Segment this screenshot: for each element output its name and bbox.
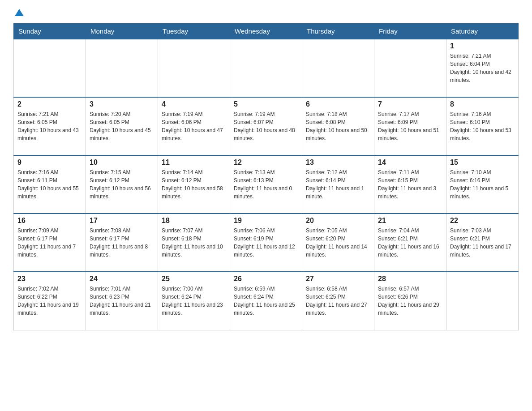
day-number: 1 (450, 42, 515, 50)
day-sun-info: Sunrise: 7:13 AM Sunset: 6:13 PM Dayligh… (234, 168, 298, 201)
calendar-cell: 24Sunrise: 7:01 AM Sunset: 6:23 PM Dayli… (86, 272, 158, 330)
day-sun-info: Sunrise: 7:02 AM Sunset: 6:22 PM Dayligh… (17, 285, 82, 317)
calendar-cell: 2Sunrise: 7:21 AM Sunset: 6:05 PM Daylig… (14, 97, 86, 155)
days-of-week-row: SundayMondayTuesdayWednesdayThursdayFrid… (14, 24, 519, 39)
day-number: 13 (306, 158, 370, 167)
calendar-cell: 17Sunrise: 7:08 AM Sunset: 6:17 PM Dayli… (86, 214, 158, 272)
calendar-cell: 26Sunrise: 6:59 AM Sunset: 6:24 PM Dayli… (230, 272, 302, 330)
day-sun-info: Sunrise: 7:01 AM Sunset: 6:23 PM Dayligh… (90, 285, 154, 317)
calendar-cell: 28Sunrise: 6:57 AM Sunset: 6:26 PM Dayli… (374, 272, 446, 330)
calendar-cell: 23Sunrise: 7:02 AM Sunset: 6:22 PM Dayli… (14, 272, 86, 330)
calendar-cell: 1Sunrise: 7:21 AM Sunset: 6:04 PM Daylig… (446, 39, 519, 97)
day-number: 7 (378, 100, 442, 108)
day-sun-info: Sunrise: 7:16 AM Sunset: 6:11 PM Dayligh… (17, 168, 82, 201)
day-of-week-header: Saturday (446, 24, 519, 39)
calendar-cell: 25Sunrise: 7:00 AM Sunset: 6:24 PM Dayli… (158, 272, 230, 330)
day-of-week-header: Wednesday (230, 24, 302, 39)
day-number: 27 (306, 275, 370, 283)
day-sun-info: Sunrise: 7:14 AM Sunset: 6:12 PM Dayligh… (162, 168, 226, 201)
day-number: 2 (17, 100, 82, 108)
calendar-cell: 7Sunrise: 7:17 AM Sunset: 6:09 PM Daylig… (374, 97, 446, 155)
day-of-week-header: Monday (86, 24, 158, 39)
page-header (13, 9, 519, 19)
calendar-cell: 11Sunrise: 7:14 AM Sunset: 6:12 PM Dayli… (158, 155, 230, 214)
day-of-week-header: Sunday (14, 24, 86, 39)
day-number: 25 (162, 275, 226, 283)
day-sun-info: Sunrise: 7:19 AM Sunset: 6:07 PM Dayligh… (234, 110, 298, 142)
day-number: 14 (378, 158, 442, 167)
day-of-week-header: Friday (374, 24, 446, 39)
calendar-cell: 9Sunrise: 7:16 AM Sunset: 6:11 PM Daylig… (14, 155, 86, 214)
calendar-cell: 14Sunrise: 7:11 AM Sunset: 6:15 PM Dayli… (374, 155, 446, 214)
day-number: 12 (234, 158, 298, 167)
calendar-cell: 20Sunrise: 7:05 AM Sunset: 6:20 PM Dayli… (302, 214, 374, 272)
calendar-body: 1Sunrise: 7:21 AM Sunset: 6:04 PM Daylig… (14, 39, 519, 330)
day-of-week-header: Thursday (302, 24, 374, 39)
calendar-cell (302, 39, 374, 97)
day-sun-info: Sunrise: 7:10 AM Sunset: 6:16 PM Dayligh… (450, 168, 515, 201)
day-number: 20 (306, 217, 370, 225)
day-sun-info: Sunrise: 7:03 AM Sunset: 6:21 PM Dayligh… (450, 227, 515, 259)
day-number: 6 (306, 100, 370, 108)
calendar-cell: 10Sunrise: 7:15 AM Sunset: 6:12 PM Dayli… (86, 155, 158, 214)
calendar-cell: 27Sunrise: 6:58 AM Sunset: 6:25 PM Dayli… (302, 272, 374, 330)
day-sun-info: Sunrise: 7:00 AM Sunset: 6:24 PM Dayligh… (162, 285, 226, 317)
calendar-cell (86, 39, 158, 97)
day-number: 5 (234, 100, 298, 108)
day-sun-info: Sunrise: 7:04 AM Sunset: 6:21 PM Dayligh… (378, 227, 442, 259)
calendar-cell (230, 39, 302, 97)
logo-triangle-icon (15, 9, 24, 16)
day-sun-info: Sunrise: 7:12 AM Sunset: 6:14 PM Dayligh… (306, 168, 370, 201)
day-number: 9 (17, 158, 82, 167)
calendar-cell: 6Sunrise: 7:18 AM Sunset: 6:08 PM Daylig… (302, 97, 374, 155)
calendar-week-row: 9Sunrise: 7:16 AM Sunset: 6:11 PM Daylig… (14, 155, 519, 214)
day-sun-info: Sunrise: 6:57 AM Sunset: 6:26 PM Dayligh… (378, 285, 442, 317)
day-sun-info: Sunrise: 7:18 AM Sunset: 6:08 PM Dayligh… (306, 110, 370, 142)
day-number: 16 (17, 217, 82, 225)
day-sun-info: Sunrise: 7:07 AM Sunset: 6:18 PM Dayligh… (162, 227, 226, 259)
calendar-cell (158, 39, 230, 97)
day-number: 18 (162, 217, 226, 225)
calendar-cell: 13Sunrise: 7:12 AM Sunset: 6:14 PM Dayli… (302, 155, 374, 214)
calendar-header: SundayMondayTuesdayWednesdayThursdayFrid… (14, 24, 519, 39)
day-sun-info: Sunrise: 7:19 AM Sunset: 6:06 PM Dayligh… (162, 110, 226, 142)
day-sun-info: Sunrise: 7:16 AM Sunset: 6:10 PM Dayligh… (450, 110, 515, 142)
day-sun-info: Sunrise: 7:09 AM Sunset: 6:17 PM Dayligh… (17, 227, 82, 259)
calendar-cell: 12Sunrise: 7:13 AM Sunset: 6:13 PM Dayli… (230, 155, 302, 214)
day-number: 17 (90, 217, 154, 225)
day-sun-info: Sunrise: 7:08 AM Sunset: 6:17 PM Dayligh… (90, 227, 154, 259)
day-sun-info: Sunrise: 7:05 AM Sunset: 6:20 PM Dayligh… (306, 227, 370, 259)
day-number: 19 (234, 217, 298, 225)
calendar-cell: 3Sunrise: 7:20 AM Sunset: 6:05 PM Daylig… (86, 97, 158, 155)
day-sun-info: Sunrise: 6:58 AM Sunset: 6:25 PM Dayligh… (306, 285, 370, 317)
day-number: 21 (378, 217, 442, 225)
day-sun-info: Sunrise: 7:06 AM Sunset: 6:19 PM Dayligh… (234, 227, 298, 259)
calendar-cell: 16Sunrise: 7:09 AM Sunset: 6:17 PM Dayli… (14, 214, 86, 272)
calendar-cell (446, 272, 519, 330)
day-number: 26 (234, 275, 298, 283)
calendar-week-row: 16Sunrise: 7:09 AM Sunset: 6:17 PM Dayli… (14, 214, 519, 272)
day-sun-info: Sunrise: 6:59 AM Sunset: 6:24 PM Dayligh… (234, 285, 298, 317)
day-number: 4 (162, 100, 226, 108)
day-sun-info: Sunrise: 7:17 AM Sunset: 6:09 PM Dayligh… (378, 110, 442, 142)
calendar-cell: 22Sunrise: 7:03 AM Sunset: 6:21 PM Dayli… (446, 214, 519, 272)
day-sun-info: Sunrise: 7:20 AM Sunset: 6:05 PM Dayligh… (90, 110, 154, 142)
calendar-cell: 4Sunrise: 7:19 AM Sunset: 6:06 PM Daylig… (158, 97, 230, 155)
day-number: 24 (90, 275, 154, 283)
calendar-cell: 21Sunrise: 7:04 AM Sunset: 6:21 PM Dayli… (374, 214, 446, 272)
calendar-cell: 19Sunrise: 7:06 AM Sunset: 6:19 PM Dayli… (230, 214, 302, 272)
calendar-cell (374, 39, 446, 97)
day-number: 15 (450, 158, 515, 167)
calendar-cell: 5Sunrise: 7:19 AM Sunset: 6:07 PM Daylig… (230, 97, 302, 155)
day-sun-info: Sunrise: 7:21 AM Sunset: 6:05 PM Dayligh… (17, 110, 82, 142)
day-number: 11 (162, 158, 226, 167)
day-sun-info: Sunrise: 7:21 AM Sunset: 6:04 PM Dayligh… (450, 52, 515, 84)
calendar-cell (14, 39, 86, 97)
calendar-week-row: 23Sunrise: 7:02 AM Sunset: 6:22 PM Dayli… (14, 272, 519, 330)
day-sun-info: Sunrise: 7:15 AM Sunset: 6:12 PM Dayligh… (90, 168, 154, 201)
day-sun-info: Sunrise: 7:11 AM Sunset: 6:15 PM Dayligh… (378, 168, 442, 201)
day-number: 23 (17, 275, 82, 283)
calendar-cell: 18Sunrise: 7:07 AM Sunset: 6:18 PM Dayli… (158, 214, 230, 272)
day-number: 22 (450, 217, 515, 225)
day-number: 10 (90, 158, 154, 167)
